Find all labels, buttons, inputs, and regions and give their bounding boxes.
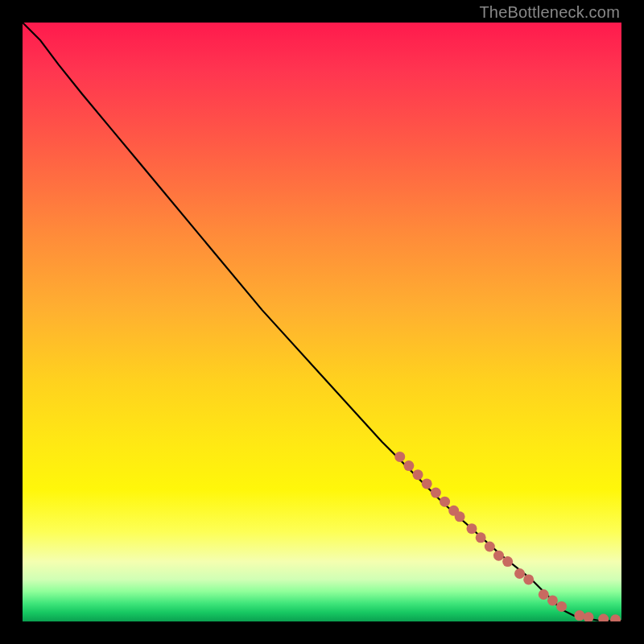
watermark-text: TheBottleneck.com [479, 3, 620, 22]
highlight-dot [413, 469, 423, 480]
chart-overlay [23, 23, 621, 621]
highlight-dot [610, 614, 621, 621]
highlight-dot [598, 614, 609, 621]
highlight-dot [547, 595, 558, 605]
highlight-dot [476, 532, 486, 543]
highlight-dot [403, 460, 414, 471]
highlight-dot [394, 452, 405, 462]
plot-area [23, 23, 621, 621]
highlight-dot [584, 612, 594, 621]
highlight-dot [556, 601, 567, 612]
highlight-dot [523, 574, 534, 584]
highlight-dot [422, 478, 432, 489]
highlight-dot [455, 511, 465, 522]
highlight-dots [394, 452, 621, 621]
highlight-dot [539, 589, 549, 600]
highlight-dot [440, 497, 450, 507]
highlight-dot [493, 551, 504, 561]
highlight-dot [514, 568, 525, 579]
highlight-dot [485, 542, 495, 552]
bottleneck-curve [23, 23, 621, 621]
highlight-dot [502, 556, 513, 567]
chart-frame: TheBottleneck.com [0, 0, 644, 644]
highlight-dot [431, 488, 441, 498]
highlight-dot [467, 523, 477, 534]
highlight-dot [574, 610, 584, 621]
